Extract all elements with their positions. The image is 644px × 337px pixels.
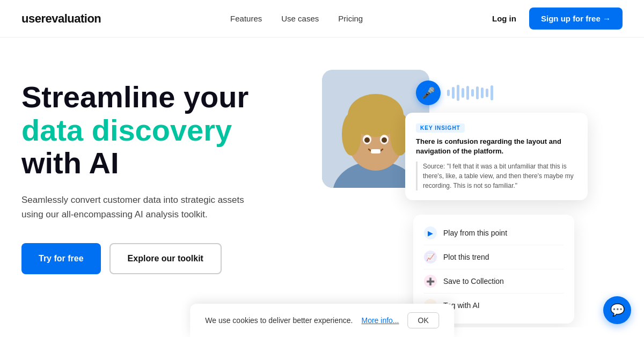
waveform-bar [452, 87, 455, 99]
nav-link-features[interactable]: Features [230, 14, 262, 23]
hero-title-highlight: data discovery [21, 113, 232, 147]
cookie-more-info[interactable]: More info... [361, 316, 399, 325]
navbar: userevaluation Features Use cases Pricin… [0, 0, 644, 38]
cookie-banner: We use cookies to deliver better experie… [190, 304, 454, 327]
waveform-bar [447, 90, 450, 96]
try-for-free-button[interactable]: Try for free [21, 243, 101, 274]
action-icon: ➕ [424, 275, 437, 288]
insight-badge: KEY INSIGHT [416, 123, 465, 133]
waveform-bar [481, 87, 484, 98]
login-button[interactable]: Log in [492, 14, 516, 23]
svg-point-9 [364, 137, 370, 143]
hero-subtitle: Seamlessly convert customer data into st… [21, 193, 268, 222]
explore-toolkit-button[interactable]: Explore our toolkit [109, 243, 222, 274]
action-item[interactable]: ▶Play from this point [424, 221, 564, 245]
insight-card: KEY INSIGHT There is confusion regarding… [405, 113, 588, 200]
logo[interactable]: userevaluation [21, 12, 101, 26]
hero-left: Streamline your data discovery with AI S… [21, 70, 268, 274]
cookie-text: We use cookies to deliver better experie… [205, 316, 353, 325]
hero-section: Streamline your data discovery with AI S… [0, 38, 644, 327]
svg-point-10 [382, 137, 387, 143]
waveform-bar [476, 86, 479, 99]
insight-text: There is confusion regarding the layout … [416, 137, 577, 156]
chat-icon: 💬 [610, 303, 625, 317]
hero-title-line3: with AI [21, 146, 119, 180]
cookie-ok-button[interactable]: OK [408, 312, 439, 327]
action-label: Play from this point [443, 229, 507, 237]
waveform [447, 85, 493, 101]
nav-link-use-cases[interactable]: Use cases [281, 14, 319, 23]
action-item[interactable]: ➕Save to Collection [424, 269, 564, 294]
svg-rect-11 [371, 149, 380, 153]
nav-link-pricing[interactable]: Pricing [338, 14, 363, 23]
mic-button[interactable]: 🎤 [416, 80, 441, 105]
action-icon: 📈 [424, 251, 437, 263]
waveform-bar [457, 85, 459, 101]
hero-title-line1: Streamline your [21, 80, 248, 114]
waveform-bar [466, 86, 469, 100]
nav-links: Features Use cases Pricing [230, 14, 363, 23]
waveform-bar [471, 89, 474, 97]
action-icon: ▶ [424, 226, 437, 239]
mic-row: 🎤 [416, 80, 493, 105]
svg-point-5 [342, 113, 361, 156]
insight-quote: Source: "I felt that it was a bit unfami… [416, 162, 577, 191]
hero-buttons: Try for free Explore our toolkit [21, 243, 268, 274]
waveform-bar [491, 85, 493, 100]
waveform-bar [486, 89, 488, 97]
action-label: Plot this trend [443, 253, 489, 261]
chat-button[interactable]: 💬 [603, 296, 631, 324]
hero-illustration: 🎤 KEY INSIGHT There is confusion regardi… [311, 64, 623, 188]
waveform-bar [462, 88, 464, 98]
signup-button[interactable]: Sign up for free → [529, 8, 623, 30]
action-item[interactable]: 📈Plot this trend [424, 245, 564, 269]
action-label: Save to Collection [443, 277, 504, 285]
hero-title: Streamline your data discovery with AI [21, 80, 268, 180]
nav-right: Log in Sign up for free → [492, 8, 623, 30]
